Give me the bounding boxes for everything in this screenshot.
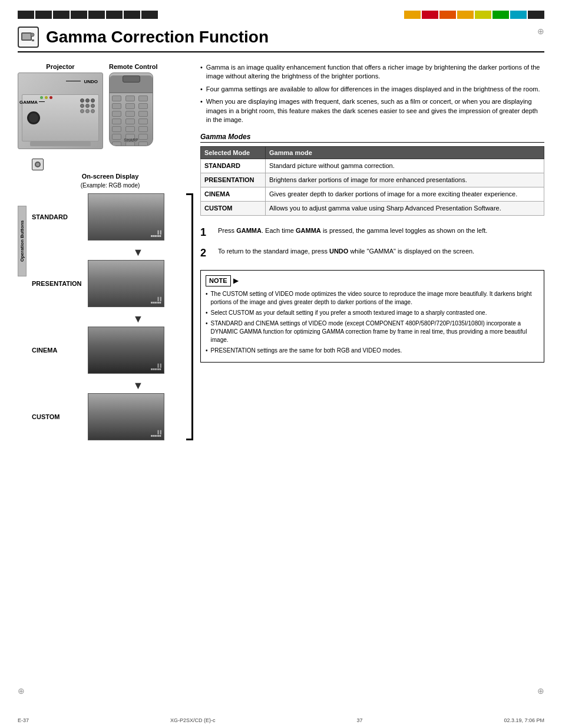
remote-label: Remote Control: [109, 63, 158, 70]
remote-key: [138, 103, 148, 109]
footer-page-num: 37: [356, 717, 362, 723]
note-box: NOTE ▶ • The CUSTOM setting of VIDEO mod…: [200, 270, 544, 363]
table-cell-mode: PRESENTATION: [201, 173, 266, 187]
img-label2: ▌▌: [157, 297, 163, 301]
remote-key: [112, 141, 121, 146]
gamma-modes-title: Gamma Modes: [200, 133, 544, 143]
mode-item-standard: STANDARD ■■■■■ ▌▌: [32, 193, 189, 241]
note-bullet-dot: •: [206, 319, 208, 344]
projector-btn: [85, 109, 90, 113]
table-cell-desc: Gives greater depth to darker portions o…: [266, 187, 544, 202]
bar-seg: [35, 11, 52, 19]
remote-key: [125, 126, 135, 132]
osd-title: On-screen Display: [32, 173, 189, 180]
table-row: CUSTOM Allows you to adjust gamma value …: [201, 201, 544, 215]
remote-key: [112, 95, 121, 101]
projector-btn: [85, 104, 90, 108]
remote-key: [125, 111, 135, 117]
bar-seg-colored: [404, 11, 421, 19]
note-label: NOTE: [206, 275, 231, 286]
bullet-item-3: • When you are displaying images with fr…: [200, 97, 544, 124]
step-2: 2 To return to the standard image, press…: [200, 246, 544, 261]
bullet-text-3: When you are displaying images with freq…: [206, 97, 544, 124]
bullet-dot: •: [200, 63, 203, 81]
remote-key: [138, 141, 148, 146]
remote-key: [138, 111, 148, 117]
bar-seg: [88, 11, 105, 19]
remote-key: [112, 111, 121, 117]
table-row: STANDARD Standard picture without gamma …: [201, 159, 544, 173]
bullet-dot: •: [200, 85, 203, 94]
projector-btn: [80, 98, 84, 103]
right-column: • Gamma is an image quality enhancement …: [200, 63, 544, 446]
mode-bracket: [186, 193, 193, 440]
projector-foot: [30, 141, 91, 146]
note-bullet-dot: •: [206, 309, 208, 317]
mode-arrow: ▼: [88, 380, 189, 392]
projector-buttons: [80, 98, 95, 113]
remote-key: [125, 95, 135, 101]
footer-page-id: E-37: [18, 717, 29, 723]
led: [45, 96, 48, 99]
projector-btn: [85, 98, 90, 103]
bar-seg: [18, 11, 34, 19]
mode-image-presentation: ■■■■■ ▌▌: [88, 260, 164, 307]
note-text-2: Select CUSTOM as your default setting if…: [211, 309, 487, 317]
note-bullet-2: • Select CUSTOM as your default setting …: [206, 309, 539, 317]
table-cell-desc: Brightens darker portions of image for m…: [266, 173, 544, 187]
mode-name-custom: CUSTOM: [32, 413, 88, 420]
note-text-4: PRESENTATION settings are the same for b…: [211, 347, 402, 355]
projector-btn: [80, 109, 84, 113]
note-bullet-4: • PRESENTATION settings are the same for…: [206, 347, 539, 355]
img-label2: ▌▌: [157, 430, 163, 434]
bar-left: [18, 11, 158, 19]
bar-right: [404, 11, 544, 19]
led: [49, 96, 52, 99]
bullet-item-1: • Gamma is an image quality enhancement …: [200, 63, 544, 81]
projector-btn: [80, 104, 84, 108]
title-icon: [18, 27, 39, 48]
note-arrow-icon: ▶: [233, 276, 238, 285]
table-header-desc: Gamma mode: [266, 147, 544, 159]
table-header-mode: Selected Mode: [201, 147, 266, 159]
bar-seg-colored: [528, 11, 544, 19]
main-content: Projector: [18, 63, 544, 446]
remote-key: [138, 118, 148, 124]
step-text-1: Press GAMMA. Each time GAMMA is pressed,…: [218, 225, 487, 240]
projector-btn: [91, 98, 95, 103]
steps-section: 1 Press GAMMA. Each time GAMMA is presse…: [200, 225, 544, 261]
remote-top: [110, 75, 153, 93]
note-bullet-dot: •: [206, 347, 208, 355]
bar-seg: [53, 11, 70, 19]
mode-arrow: ▼: [88, 246, 189, 259]
step-number-1: 1: [200, 225, 212, 240]
table-cell-desc: Allows you to adjust gamma value using S…: [266, 201, 544, 215]
remote-key: [112, 118, 121, 124]
svg-point-2: [31, 33, 34, 37]
osd-subtitle: (Example: RGB mode): [32, 182, 189, 189]
gamma-table: Selected Mode Gamma mode STANDARD Standa…: [200, 146, 544, 215]
projector-btn: [91, 104, 95, 108]
mode-arrow: ▼: [88, 313, 189, 325]
bar-seg-colored: [510, 11, 527, 19]
projector-lens: [27, 111, 40, 124]
bar-seg: [71, 11, 87, 19]
note-bullet-1: • The CUSTOM setting of VIDEO mode optim…: [206, 290, 539, 307]
img-label: ■■■■■: [151, 367, 161, 371]
img-label: ■■■■■: [151, 434, 161, 437]
step-1: 1 Press GAMMA. Each time GAMMA is presse…: [200, 225, 544, 240]
remote-key: [112, 126, 121, 132]
remote-key: [125, 141, 135, 146]
bar-seg-colored: [422, 11, 438, 19]
remote-key: [125, 118, 135, 124]
table-cell-mode: STANDARD: [201, 159, 266, 173]
remote-display: [123, 75, 140, 83]
remote-key: [138, 126, 148, 132]
remote-box: Remote Control: [109, 63, 158, 149]
remote-key: [125, 103, 135, 109]
page-title: Gamma Correction Function: [46, 28, 269, 47]
note-header: NOTE ▶: [206, 275, 539, 286]
bar-seg-colored: [439, 11, 456, 19]
note-text-3: STANDARD and CINEMA settings of VIDEO mo…: [211, 319, 539, 344]
page-footer: E-37 XG-P2SX/CD (E)-c 37 02.3.19, 7:06 P…: [18, 717, 544, 723]
